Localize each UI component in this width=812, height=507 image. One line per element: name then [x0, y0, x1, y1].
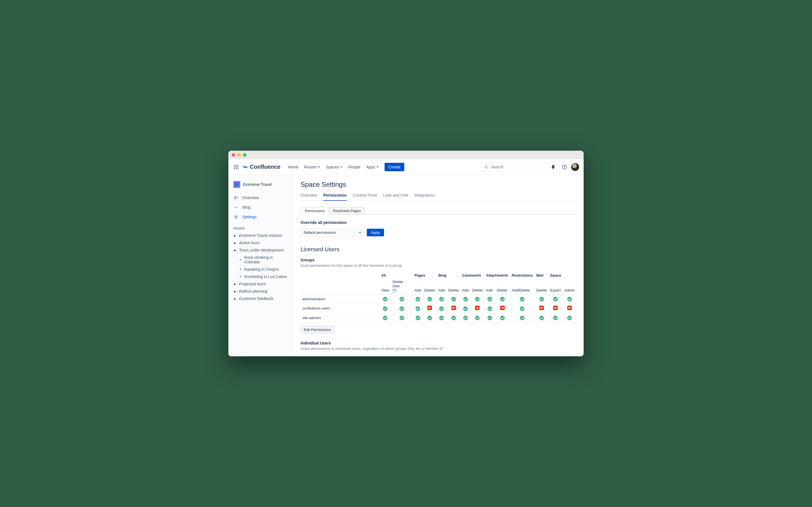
- apply-button[interactable]: Apply: [367, 229, 384, 236]
- check-icon: [451, 297, 456, 301]
- nav-spaces[interactable]: Spaces▼: [324, 163, 345, 171]
- individual-users-description: Grant permissions to individual users, r…: [301, 346, 576, 351]
- nav-links: Home Recent▼ Spaces▼ People Apps▼ Create: [286, 163, 404, 171]
- groups-heading: Groups: [301, 258, 576, 262]
- subcol-space-export: Export: [549, 278, 563, 294]
- product-name: Confluence: [250, 164, 281, 170]
- svg-point-16: [236, 216, 237, 218]
- individual-users-heading: Individual Users: [301, 341, 576, 345]
- blog-icon: [234, 205, 239, 210]
- svg-rect-2: [238, 165, 238, 166]
- col-blog: Blog: [437, 272, 461, 278]
- col-mail: Mail: [535, 272, 549, 278]
- svg-rect-6: [234, 168, 235, 169]
- chevron-right-icon: ▶: [234, 290, 237, 293]
- subtab-permissions[interactable]: Permissions: [301, 207, 329, 215]
- check-icon: [383, 306, 388, 311]
- tree-item-rollout[interactable]: ▶Rollout planning: [229, 288, 293, 295]
- sidebar-item-settings[interactable]: Settings: [229, 212, 293, 222]
- tab-look-and-feel[interactable]: Look and Feel: [383, 191, 408, 201]
- sidebar-item-blog[interactable]: Blog: [229, 203, 293, 212]
- user-avatar[interactable]: [571, 163, 579, 171]
- window-minimize-button[interactable]: [238, 153, 241, 157]
- nav-people[interactable]: People: [346, 163, 363, 171]
- edit-permissions-button[interactable]: Edit Permissions: [301, 326, 334, 334]
- permission-cell: [413, 294, 423, 304]
- permission-cell: [562, 304, 576, 313]
- product-logo[interactable]: Confluence: [242, 164, 281, 170]
- overview-icon: [234, 195, 239, 200]
- permission-cell: [379, 294, 391, 304]
- tab-permissions[interactable]: Permissions: [323, 191, 347, 201]
- check-icon: [488, 306, 492, 311]
- check-icon: [416, 306, 420, 311]
- help-icon[interactable]: ?: [560, 163, 569, 172]
- delete-own-help-link[interactable]: [?]: [393, 288, 396, 292]
- tab-overview[interactable]: Overview: [301, 191, 317, 201]
- window-zoom-button[interactable]: [243, 153, 246, 157]
- sidebar-section-pages: PAGES: [229, 222, 293, 232]
- search-input[interactable]: [481, 163, 546, 172]
- app-switcher-icon[interactable]: [233, 164, 240, 170]
- permission-cell: [391, 294, 413, 304]
- create-button[interactable]: Create: [385, 163, 404, 171]
- check-icon: [400, 306, 404, 311]
- svg-text:?: ?: [564, 165, 566, 169]
- check-icon: [439, 306, 444, 311]
- nav-apps[interactable]: Apps▼: [364, 163, 381, 171]
- tree-item-rock-climbing[interactable]: •Rock climbing in Colorado: [229, 254, 293, 266]
- nav-home[interactable]: Home: [286, 163, 301, 171]
- bullet-icon: •: [240, 267, 242, 272]
- gear-icon: [234, 214, 239, 219]
- tab-content-tools[interactable]: Content Tools: [353, 191, 377, 201]
- tree-item-proposed[interactable]: ▶Proposed tours: [229, 280, 293, 288]
- bullet-icon: •: [240, 274, 242, 279]
- chevron-right-icon: ▶: [234, 234, 237, 237]
- svg-rect-3: [234, 166, 235, 167]
- tree-item-under-dev[interactable]: ▶Tours under development: [229, 246, 293, 254]
- sidebar-item-label: Blog: [243, 205, 250, 210]
- tree-item-kayaking[interactable]: •Kayaking in Oregon: [229, 266, 293, 273]
- search-box: [481, 163, 546, 172]
- subcol-pages-add: Add: [413, 278, 423, 294]
- col-space: Space: [549, 272, 576, 278]
- sidebar-item-overview[interactable]: Overview: [229, 193, 293, 203]
- subtab-restricted-pages[interactable]: Restricted Pages: [329, 207, 365, 215]
- check-icon: [416, 316, 420, 320]
- tree-item-active-tours[interactable]: ▶Active tours: [229, 239, 293, 246]
- chevron-down-icon: ▼: [340, 166, 343, 168]
- permission-cell: [437, 313, 447, 323]
- svg-rect-13: [234, 196, 237, 197]
- check-icon: [488, 297, 492, 301]
- svg-point-9: [485, 165, 487, 168]
- check-icon: [500, 316, 505, 320]
- check-icon: [416, 297, 420, 301]
- override-dropdown[interactable]: Default permissions: [301, 228, 364, 237]
- tree-item-feedback[interactable]: ▶Customer feedback: [229, 295, 293, 302]
- permission-cell: [485, 304, 495, 313]
- tab-integrations[interactable]: Integrations: [414, 191, 435, 201]
- space-header[interactable]: 👁 Exxtreme Travel: [229, 179, 293, 193]
- check-icon: [520, 306, 524, 311]
- notifications-icon[interactable]: [549, 163, 558, 172]
- chevron-right-icon: ▶: [234, 241, 237, 244]
- check-icon: [383, 297, 388, 301]
- window-close-button[interactable]: [232, 153, 235, 157]
- confluence-icon: [242, 164, 248, 170]
- tree-item-snorkeling[interactable]: •Snorkeling in Los Cabos: [229, 273, 293, 280]
- nav-recent[interactable]: Recent▼: [302, 163, 322, 171]
- space-icon: 👁: [234, 181, 240, 188]
- subcol-attach-add: Add: [485, 278, 495, 294]
- permissions-subtabs: Permissions Restricted Pages: [301, 207, 576, 215]
- subcol-blog-add: Add: [437, 278, 447, 294]
- chevron-right-icon: ▶: [234, 297, 237, 300]
- group-name: confluence-users: [301, 304, 379, 313]
- svg-rect-15: [234, 199, 236, 200]
- table-row: administrators: [301, 294, 576, 304]
- cross-icon: [427, 305, 432, 310]
- tree-item-mission[interactable]: ▶Exxtreme Travel mission: [229, 232, 293, 239]
- check-icon: [439, 316, 444, 320]
- app-body: 👁 Exxtreme Travel Overview Blog Settings…: [229, 175, 583, 356]
- cross-icon: [539, 305, 544, 310]
- permission-cell: [562, 313, 576, 323]
